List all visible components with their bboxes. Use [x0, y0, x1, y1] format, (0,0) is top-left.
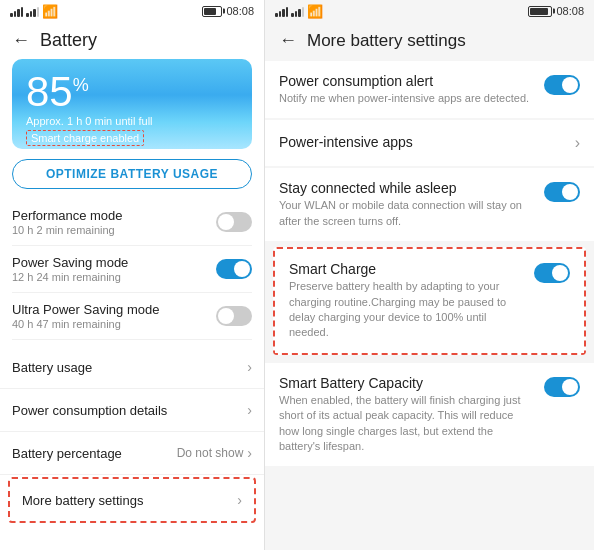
nav-item-battery-percentage[interactable]: Battery percentage Do not show ›	[0, 432, 264, 475]
left-panel: 📶 08:08 ← Battery 85% Approx. 1 h 0 min …	[0, 0, 265, 550]
page-title: Battery	[40, 30, 97, 51]
smart-charge-toggle[interactable]	[534, 263, 570, 283]
mode-item-ultra: Ultra Power Saving mode 40 h 47 min rema…	[12, 293, 252, 340]
smart-charge-card: Smart Charge Preserve battery health by …	[275, 249, 584, 353]
mode-list: Performance mode 10 h 2 min remaining Po…	[0, 199, 264, 340]
left-header: ← Battery	[0, 22, 264, 59]
right-panel: 📶 08:08 ← More battery settings Power co…	[265, 0, 594, 550]
nav-list: Battery usage › Power consumption detail…	[0, 346, 264, 525]
back-button[interactable]: ←	[12, 30, 30, 51]
power-saving-toggle[interactable]	[216, 259, 252, 279]
performance-mode-toggle[interactable]	[216, 212, 252, 232]
power-alert-toggle[interactable]	[544, 75, 580, 95]
chevron-icon: ›	[247, 402, 252, 418]
smart-charge-desc: Preserve battery health by adapting to y…	[289, 279, 524, 341]
nav-item-power-details[interactable]: Power consumption details ›	[0, 389, 264, 432]
nav-item-battery-usage[interactable]: Battery usage ›	[0, 346, 264, 389]
stay-connected-toggle[interactable]	[544, 182, 580, 202]
smart-battery-capacity-card: Smart Battery Capacity When enabled, the…	[265, 363, 594, 467]
signal-bar-icon-2	[26, 5, 39, 17]
right-time: 08:08	[556, 5, 584, 17]
right-page-title: More battery settings	[307, 31, 466, 51]
battery-icon	[202, 6, 222, 17]
chevron-icon: ›	[247, 359, 252, 375]
nav-item-more-settings[interactable]: More battery settings ›	[10, 479, 254, 521]
wifi-icon-right: 📶	[307, 4, 323, 19]
left-status-bar: 📶 08:08	[0, 0, 264, 22]
mode-item-power-saving: Power Saving mode 12 h 24 min remaining	[12, 246, 252, 293]
battery-percent: 85%	[26, 71, 238, 113]
power-alert-title: Power consumption alert	[279, 73, 534, 89]
left-signal-icons: 📶	[10, 4, 58, 19]
optimize-battery-button[interactable]: OPTIMIZE BATTERY USAGE	[12, 159, 252, 189]
chevron-icon: ›	[237, 492, 242, 508]
chevron-icon: ›	[575, 134, 580, 152]
signal-bar-icon-r2	[291, 5, 304, 17]
right-status-bar: 📶 08:08	[265, 0, 594, 22]
mode-item-performance: Performance mode 10 h 2 min remaining	[12, 199, 252, 246]
chevron-icon: ›	[247, 445, 252, 461]
ultra-power-saving-toggle[interactable]	[216, 306, 252, 326]
stay-connected-card: Stay connected while asleep Your WLAN or…	[265, 168, 594, 241]
power-intensive-apps-row[interactable]: Power-intensive apps ›	[265, 120, 594, 166]
power-alert-desc: Notify me when power-intensive apps are …	[279, 91, 534, 106]
right-header: ← More battery settings	[265, 22, 594, 61]
right-signal-icons: 📶	[275, 4, 323, 19]
smart-battery-toggle[interactable]	[544, 377, 580, 397]
stay-connected-title: Stay connected while asleep	[279, 180, 534, 196]
smart-charge-enabled-label: Smart charge enabled	[26, 130, 144, 146]
signal-bar-icon-r	[275, 5, 288, 17]
left-time: 08:08	[226, 5, 254, 17]
wifi-icon: 📶	[42, 4, 58, 19]
smart-battery-desc: When enabled, the battery will finish ch…	[279, 393, 534, 455]
battery-approx: Approx. 1 h 0 min until full	[26, 115, 238, 127]
smart-battery-title: Smart Battery Capacity	[279, 375, 534, 391]
battery-display: 85% Approx. 1 h 0 min until full Smart c…	[12, 59, 252, 149]
stay-connected-desc: Your WLAN or mobile data connection will…	[279, 198, 534, 229]
power-consumption-alert-card: Power consumption alert Notify me when p…	[265, 61, 594, 118]
signal-bar-icon	[10, 5, 23, 17]
right-back-button[interactable]: ←	[279, 30, 297, 51]
right-battery-icon	[528, 6, 552, 17]
smart-charge-title: Smart Charge	[289, 261, 524, 277]
